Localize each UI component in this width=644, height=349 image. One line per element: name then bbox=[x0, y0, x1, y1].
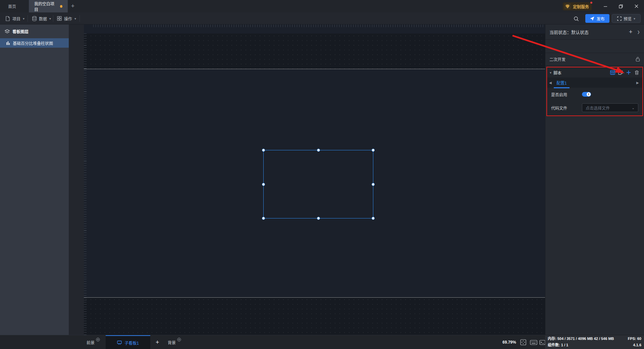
chevron-down-icon[interactable]: ▾ bbox=[550, 71, 551, 74]
script-section: ▾ 脚本 ◀ 配置1 ▶ 是否启用 代码文 bbox=[546, 67, 643, 116]
lock-icon[interactable] bbox=[636, 57, 640, 62]
add-state-button[interactable]: + bbox=[629, 29, 633, 36]
script-template-button[interactable] bbox=[609, 69, 615, 76]
foreground-label: 前景 bbox=[87, 340, 95, 345]
fps-label: FPS: bbox=[628, 336, 636, 342]
state-value: 默认状态 bbox=[571, 29, 589, 35]
horizontal-ruler bbox=[84, 24, 545, 34]
code-file-label: 代码文件 bbox=[551, 105, 582, 111]
board-tab-label: 子看板1 bbox=[124, 340, 139, 346]
chart-component[interactable] bbox=[263, 150, 373, 218]
preview-button[interactable]: 预览 ▾ bbox=[612, 14, 641, 23]
chevron-right-icon[interactable]: ❯ bbox=[637, 30, 640, 34]
menu-project-label: 项目 bbox=[12, 16, 20, 21]
resize-handle-n[interactable] bbox=[317, 149, 320, 152]
tab-project[interactable]: 我的空白项目 bbox=[29, 0, 68, 12]
script-copy-button[interactable] bbox=[618, 69, 624, 76]
state-row: 当前状态： 默认状态 + ❯ bbox=[545, 24, 644, 40]
layer-panel: 看板图层 基础百分比堆叠柱状图 bbox=[0, 24, 69, 335]
menu-data[interactable]: 数据 ▾ bbox=[32, 12, 51, 24]
version-label: 4.1.6 bbox=[633, 342, 641, 348]
fit-screen-button[interactable] bbox=[520, 335, 526, 349]
fit-screen-icon bbox=[520, 339, 526, 345]
layer-item-chart[interactable]: 基础百分比堆叠柱状图 bbox=[0, 38, 69, 48]
chevron-down-icon: ⌄ bbox=[632, 106, 635, 110]
resize-handle-w[interactable] bbox=[262, 183, 265, 186]
memory-value: 504 / 3571 / 4096 MB 42 / 546 MB bbox=[557, 336, 614, 342]
menu-actions[interactable]: 操作 ▾ bbox=[57, 12, 76, 24]
keyboard-icon bbox=[530, 340, 537, 345]
code-file-row: 代码文件 点击选择文件 ⌄ bbox=[547, 101, 642, 114]
add-foreground-icon[interactable] bbox=[96, 338, 100, 343]
custom-service-label: 定制服务 bbox=[573, 4, 589, 9]
close-icon bbox=[635, 4, 638, 8]
grid-icon bbox=[57, 16, 62, 21]
chevron-down-icon: ▾ bbox=[49, 17, 51, 20]
unsaved-dot-icon bbox=[60, 5, 62, 8]
scroll-right-icon[interactable]: ▶ bbox=[636, 81, 640, 85]
code-file-select[interactable]: 点击选择文件 ⌄ bbox=[582, 103, 638, 112]
resize-handle-se[interactable] bbox=[372, 217, 375, 220]
canvas-dot-area-bottom bbox=[84, 297, 545, 335]
resize-handle-nw[interactable] bbox=[262, 149, 265, 152]
enable-toggle[interactable] bbox=[582, 92, 591, 97]
zoom-value[interactable]: 69.79% bbox=[502, 335, 516, 349]
vertical-ruler bbox=[84, 24, 93, 335]
component-icon-bar bbox=[69, 24, 84, 335]
layer-panel-title: 看板图层 bbox=[12, 29, 29, 34]
console-button[interactable] bbox=[539, 335, 545, 349]
memory-label: 内存: bbox=[548, 336, 556, 342]
board-icon bbox=[117, 341, 122, 345]
divider bbox=[53, 15, 53, 22]
canvas[interactable] bbox=[84, 24, 545, 335]
secondary-dev-header[interactable]: 二次开发 bbox=[545, 53, 644, 66]
terminal-icon bbox=[539, 340, 545, 345]
script-delete-button[interactable] bbox=[634, 69, 640, 76]
background-button[interactable]: 背景 bbox=[168, 335, 181, 349]
add-board-button[interactable]: + bbox=[156, 335, 159, 349]
minimize-icon bbox=[603, 4, 607, 8]
plus-icon bbox=[626, 70, 631, 75]
resize-handle-sw[interactable] bbox=[262, 217, 265, 220]
config-tab-strip: ◀ 配置1 ▶ bbox=[547, 78, 642, 88]
chevron-down-icon: ▾ bbox=[23, 17, 24, 20]
board-tab[interactable]: 子看板1 bbox=[106, 335, 150, 349]
config-tab[interactable]: 配置1 bbox=[553, 80, 570, 88]
trash-icon bbox=[635, 70, 639, 75]
tab-home-label: 首页 bbox=[8, 3, 16, 9]
layer-item-label: 基础百分比堆叠柱状图 bbox=[13, 40, 53, 46]
enable-label: 是否启用 bbox=[551, 92, 582, 97]
copy-icon bbox=[618, 70, 623, 75]
minimize-button[interactable] bbox=[598, 0, 613, 12]
search-icon bbox=[574, 16, 579, 21]
scroll-left-icon[interactable]: ◀ bbox=[549, 81, 553, 85]
foreground-button[interactable]: 前景 bbox=[87, 335, 100, 349]
new-tab-button[interactable]: + bbox=[69, 3, 76, 10]
script-add-button[interactable] bbox=[626, 69, 632, 76]
search-button[interactable] bbox=[572, 14, 581, 23]
components-value: 1 / 1 bbox=[561, 342, 568, 348]
script-title: 脚本 bbox=[553, 70, 561, 76]
state-label: 当前状态： bbox=[549, 29, 571, 35]
secondary-dev-label: 二次开发 bbox=[549, 56, 566, 62]
menu-actions-label: 操作 bbox=[64, 16, 72, 21]
tab-home[interactable]: 首页 bbox=[3, 0, 21, 12]
shortcut-keys-button[interactable] bbox=[530, 335, 537, 349]
menu-project[interactable]: 项目 ▾ bbox=[5, 12, 24, 24]
tab-project-label: 我的空白项目 bbox=[34, 1, 57, 12]
restore-icon bbox=[619, 4, 623, 8]
code-file-placeholder: 点击选择文件 bbox=[586, 105, 610, 111]
close-button[interactable] bbox=[629, 0, 644, 12]
table-icon bbox=[610, 70, 615, 75]
restore-button[interactable] bbox=[613, 0, 629, 12]
chevron-down-icon: ▾ bbox=[634, 17, 635, 20]
custom-service-badge[interactable]: 定制服务 bbox=[563, 2, 592, 10]
properties-tabs bbox=[545, 40, 644, 53]
resize-handle-s[interactable] bbox=[317, 217, 320, 220]
resize-handle-ne[interactable] bbox=[372, 149, 375, 152]
divider bbox=[79, 15, 80, 22]
resize-handle-e[interactable] bbox=[372, 183, 375, 186]
toolbar: 项目 ▾ 数据 ▾ 操作 ▾ 发布 预览 ▾ bbox=[0, 12, 644, 24]
publish-button[interactable]: 发布 bbox=[585, 14, 609, 23]
add-background-icon[interactable] bbox=[177, 338, 181, 343]
